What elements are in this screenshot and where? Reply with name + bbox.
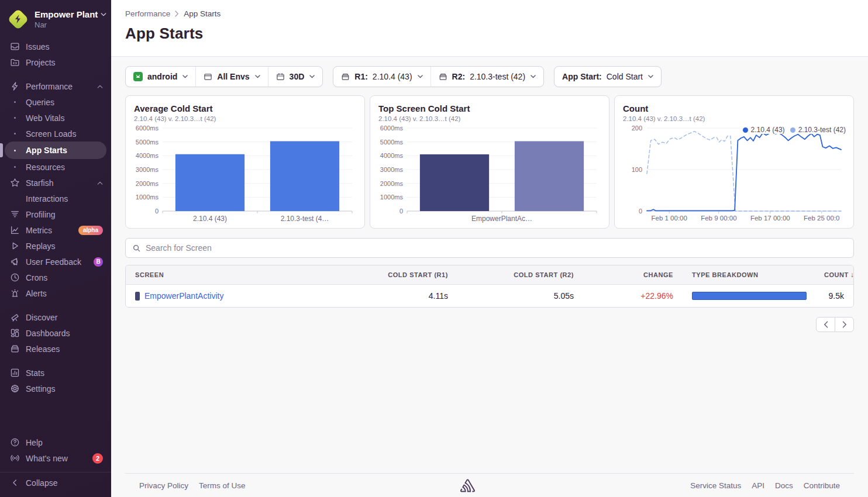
sidebar-item-collapse[interactable]: Collapse	[0, 475, 111, 491]
screen-cell: EmpowerPlantActivity	[126, 291, 325, 301]
sidebar-item-profiling[interactable]: Profiling	[0, 206, 111, 222]
sidebar-item-replays[interactable]: Replays	[0, 238, 111, 254]
svg-text:1000ms: 1000ms	[136, 194, 159, 201]
svg-text:Feb 1 00:00: Feb 1 00:00	[651, 215, 687, 222]
svg-text:0: 0	[155, 208, 159, 215]
svg-text:2000ms: 2000ms	[136, 180, 159, 187]
sidebar-item-discover[interactable]: Discover	[0, 309, 111, 325]
legend-label: 2.10.4 (43)	[751, 126, 785, 134]
sidebar-item-label: Replays	[26, 241, 103, 251]
sidebar-item-label: Interactions	[26, 194, 103, 203]
search-input[interactable]	[146, 243, 847, 253]
svg-text:200: 200	[632, 125, 642, 132]
chevron-down-icon	[309, 75, 315, 78]
sidebar-item-label: Collapse	[26, 478, 103, 488]
release1-filter[interactable]: R1: 2.10.4 (43)	[333, 67, 430, 87]
release2-prefix: R2:	[452, 72, 466, 81]
sidebar-item-label: Queries	[26, 98, 103, 107]
sidebar-item-stats[interactable]: Stats	[0, 365, 111, 381]
sidebar-item-queries[interactable]: Queries	[0, 94, 111, 110]
column-header-count[interactable]: COUNT↓	[822, 271, 854, 279]
footer-link-docs[interactable]: Docs	[775, 481, 793, 490]
column-header-breakdown[interactable]: TYPE BREAKDOWN	[676, 271, 822, 278]
performance-icon	[9, 81, 20, 91]
footer-link-api[interactable]: API	[752, 481, 764, 490]
breadcrumb-performance[interactable]: Performance	[125, 9, 170, 18]
sidebar-item-web-vitals[interactable]: Web Vitals	[0, 110, 111, 126]
svg-text:4000ms: 4000ms	[380, 152, 404, 159]
svg-text:3000ms: 3000ms	[136, 166, 159, 173]
feedback-icon	[9, 257, 20, 267]
count-chart-legend: 2.10.4 (43)2.10.3-test (42)	[740, 126, 846, 134]
date-range-filter[interactable]: 30D	[268, 67, 323, 87]
main-area: Performance App Starts App Starts androi…	[111, 0, 868, 497]
average-cold-start-chart[interactable]: 01000ms2000ms3000ms4000ms5000ms6000ms2.1…	[134, 123, 356, 226]
sidebar-item-label: Profiling	[26, 210, 103, 219]
bullet-icon	[9, 150, 20, 151]
project-filter[interactable]: android	[126, 67, 195, 87]
footer-link-terms-of-use[interactable]: Terms of Use	[199, 481, 246, 490]
org-switcher[interactable]: Empower Plant Nar	[0, 0, 111, 39]
breadcrumb-app-starts[interactable]: App Starts	[184, 9, 221, 18]
sidebar-item-performance[interactable]: Performance	[0, 78, 111, 94]
footer-link-contribute[interactable]: Contribute	[804, 481, 840, 490]
sentry-logo[interactable]	[246, 479, 691, 492]
collapse-icon	[9, 478, 20, 488]
next-page-button[interactable]	[835, 317, 854, 332]
sort-desc-icon: ↓	[850, 271, 854, 279]
environment-filter[interactable]: All Envs	[195, 67, 267, 87]
sidebar-item-interactions[interactable]: Interactions	[0, 191, 111, 206]
sidebar-item-metrics[interactable]: Metricsalpha	[0, 222, 111, 238]
bolt-logo-icon	[13, 14, 22, 24]
chart-card-count: Count 2.10.4 (43) v. 2.10.3…t (42) 2.10.…	[614, 95, 854, 229]
org-name: Empower Plant	[35, 9, 98, 19]
sidebar-item-screen-loads[interactable]: Screen Loads	[0, 126, 111, 141]
pagination	[125, 317, 854, 332]
legend-entry[interactable]: 2.10.3-test (42)	[790, 126, 846, 134]
app-start-type-group: App Start: Cold Start	[554, 66, 662, 87]
svg-text:Feb 25 00:0: Feb 25 00:0	[804, 215, 839, 222]
legend-entry[interactable]: 2.10.4 (43)	[743, 126, 785, 134]
column-header-r1[interactable]: COLD START (R1)	[325, 271, 450, 278]
sidebar-item-alerts[interactable]: Alerts	[0, 285, 111, 301]
sidebar-item-help[interactable]: Help	[0, 434, 111, 450]
footer-link-privacy-policy[interactable]: Privacy Policy	[139, 481, 188, 490]
sidebar-item-label: User Feedback	[26, 257, 89, 267]
bullet-icon	[9, 101, 20, 103]
sidebar-item-what-s-new[interactable]: What's new2	[0, 450, 111, 466]
table-header-row: SCREENCOLD START (R1)COLD START (R2)CHAN…	[126, 265, 853, 285]
sidebar-item-label: Releases	[26, 344, 103, 354]
top-screen-cold-start-chart[interactable]: 01000ms2000ms3000ms4000ms5000ms6000msEmp…	[378, 123, 601, 226]
sidebar-item-releases[interactable]: Releases	[0, 341, 111, 357]
footer-link-service-status[interactable]: Service Status	[690, 481, 741, 490]
column-header-r2[interactable]: COLD START (R2)	[450, 271, 576, 278]
previous-page-button[interactable]	[816, 317, 835, 332]
legend-dot-icon	[790, 127, 795, 133]
chevron-down-icon	[418, 75, 423, 78]
sidebar-item-starfish[interactable]: Starfish	[0, 175, 111, 191]
date-range-label: 30D	[290, 72, 305, 81]
sidebar-item-user-feedback[interactable]: User FeedbackB	[0, 254, 111, 270]
releases-icon	[9, 344, 20, 354]
sidebar-item-app-starts[interactable]: App Starts	[5, 141, 106, 159]
type-breakdown-bar[interactable]	[692, 292, 807, 300]
column-header-change[interactable]: CHANGE	[576, 271, 676, 278]
count-chart[interactable]: 0100200Feb 1 00:00Feb 9 00:00Feb 17 00:0…	[623, 123, 845, 226]
screens-table: SCREENCOLD START (R1)COLD START (R2)CHAN…	[125, 265, 854, 308]
column-header-screen[interactable]: SCREEN	[126, 271, 325, 278]
release2-filter[interactable]: R2: 2.10.3-test (42)	[430, 67, 544, 87]
sidebar-item-issues[interactable]: Issues	[0, 39, 111, 54]
app-start-type-filter[interactable]: App Start: Cold Start	[554, 67, 661, 87]
app-start-type-value: Cold Start	[607, 72, 643, 81]
sidebar-item-crons[interactable]: Crons	[0, 270, 111, 285]
sidebar-item-projects[interactable]: Projects	[0, 54, 111, 70]
sidebar-item-dashboards[interactable]: Dashboards	[0, 325, 111, 341]
filter-bar: android All Envs 30D	[125, 66, 854, 87]
svg-text:5000ms: 5000ms	[136, 139, 159, 146]
sidebar-item-resources[interactable]: Resources	[0, 159, 111, 175]
screen-link[interactable]: EmpowerPlantActivity	[144, 291, 223, 301]
svg-text:2.10.4 (43): 2.10.4 (43)	[193, 215, 227, 223]
org-subtitle: Nar	[35, 20, 106, 29]
sidebar-item-label: Alerts	[26, 289, 103, 298]
sidebar-item-settings[interactable]: Settings	[0, 381, 111, 396]
